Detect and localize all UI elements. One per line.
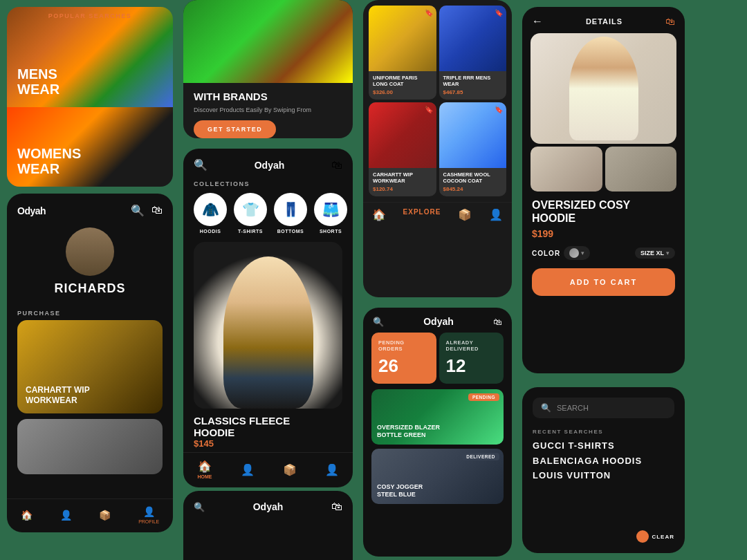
profile-name: RICHARDS bbox=[54, 281, 125, 296]
size-selector[interactable]: SIZE XL ▾ bbox=[635, 248, 675, 259]
recent-item-2[interactable]: BALENCIAGA HOODIS bbox=[533, 456, 674, 467]
screen-search: 🔍 SEARCH RECENT SEARCHES GUCCI T-SHIRTS … bbox=[522, 387, 685, 553]
collections-cart-icon[interactable]: 🛍 bbox=[331, 159, 342, 171]
details-thumbnails bbox=[531, 147, 676, 192]
home-icon-products[interactable]: 🏠 bbox=[372, 208, 386, 221]
product-item-4[interactable]: 🔖 CASHMERE WOOLCOCOON COAT $845.24 bbox=[439, 102, 507, 196]
screen-categories: POPULAR SEARCHES MENSWEAR WOMENSWEAR bbox=[7, 7, 173, 187]
mens-category[interactable]: POPULAR SEARCHES MENSWEAR bbox=[7, 7, 173, 107]
product-item-1[interactable]: 🔖 UNIFORME PARISLONG COAT $326.00 bbox=[369, 6, 436, 100]
recent-item-3[interactable]: LOUIS VUITTON bbox=[533, 470, 674, 481]
user-nav-icon[interactable]: 👤 bbox=[241, 463, 255, 476]
bookmark-icon-1[interactable]: 🔖 bbox=[425, 9, 433, 17]
get-started-button[interactable]: GET STARTED bbox=[194, 120, 276, 138]
product-2-info: TRIPLE RRR MENSWEAR $467.85 bbox=[439, 71, 507, 100]
product-item-2[interactable]: 🔖 TRIPLE RRR MENSWEAR $467.85 bbox=[439, 6, 507, 100]
product-2-price: $467.85 bbox=[443, 89, 503, 95]
order-item-1[interactable]: PENDING OVERSIZED BLAZERBOTTLE GREEN bbox=[371, 389, 504, 445]
onboarding-content: WITH BRANDS Discover Products Easily By … bbox=[183, 83, 353, 138]
model-figure bbox=[223, 256, 313, 409]
bookmark-icon-3[interactable]: 🔖 bbox=[425, 106, 433, 113]
onboarding-title: WITH BRANDS bbox=[194, 91, 342, 103]
coll-nav-home[interactable]: 🏠 HOME bbox=[198, 460, 212, 479]
details-main-image bbox=[531, 33, 676, 144]
box-icon-products[interactable]: 📦 bbox=[458, 208, 472, 221]
order-item-2[interactable]: DELIVERED COSY JOGGERSTEEL BLUE bbox=[371, 449, 504, 504]
purchase-item-1[interactable]: CARHARTT WIPWORKWEAR bbox=[17, 320, 163, 413]
featured-product-image bbox=[194, 242, 342, 409]
box-icon: 📦 bbox=[99, 510, 111, 521]
delivered-count: 12 bbox=[446, 355, 497, 377]
recent-item-1[interactable]: GUCCI T-SHIRTS bbox=[533, 440, 674, 451]
bookmark-icon-4[interactable]: 🔖 bbox=[495, 106, 503, 113]
category-shorts[interactable]: 🩳 SHORTS bbox=[314, 193, 347, 234]
clear-dot bbox=[636, 530, 649, 543]
womens-wear-label: WOMENSWEAR bbox=[17, 146, 81, 176]
profile-nav-label: PROFILE bbox=[138, 519, 159, 524]
category-hoodis[interactable]: 🧥 HOODIS bbox=[194, 193, 227, 234]
category-tshirts[interactable]: 👕 T-SHIRTS bbox=[234, 193, 267, 234]
nav-user[interactable]: 👤 bbox=[60, 510, 72, 521]
collections-navigation: 🏠 HOME 👤 📦 👤 bbox=[183, 452, 353, 487]
purchase-section-label: PURCHASE bbox=[7, 303, 173, 320]
product-4-info: CASHMERE WOOLCOCOON COAT $845.24 bbox=[439, 168, 507, 196]
hoodis-label: HOODIS bbox=[200, 229, 221, 234]
product-item-3[interactable]: 🔖 CARHARTT WIPWORKWEAR $120.74 bbox=[369, 102, 436, 196]
avatar bbox=[66, 227, 114, 276]
product-image-bg bbox=[194, 242, 342, 409]
box-nav-icon[interactable]: 📦 bbox=[283, 463, 297, 476]
bottoms-label: BOTTOMS bbox=[277, 229, 304, 234]
profile-avatar-section: RICHARDS bbox=[7, 217, 173, 303]
pending-orders-stat: PENDINGORDERS 26 bbox=[371, 333, 436, 384]
add-to-cart-button[interactable]: ADD TO CART bbox=[532, 268, 675, 296]
profile-header-icons: 🔍 🛍 bbox=[131, 204, 163, 217]
order-1-name: OVERSIZED BLAZERBOTTLE GREEN bbox=[377, 424, 440, 439]
pending-count: 26 bbox=[378, 355, 430, 377]
back-button[interactable]: ← bbox=[532, 15, 543, 28]
nav-box[interactable]: 📦 bbox=[99, 510, 111, 521]
purchase-item-1-name: CARHARTT WIPWORKWEAR bbox=[26, 385, 90, 405]
color-label: COLOR bbox=[532, 250, 560, 257]
partial-search-icon[interactable]: 🔍 bbox=[194, 502, 205, 512]
search-placeholder: SEARCH bbox=[557, 404, 589, 412]
nav-profile[interactable]: 👤 PROFILE bbox=[138, 506, 159, 524]
profile-icon: 👤 bbox=[143, 506, 155, 517]
search-bar[interactable]: 🔍 SEARCH bbox=[533, 398, 674, 418]
partial-cart-icon[interactable]: 🛍 bbox=[331, 501, 342, 513]
bookmark-icon-2[interactable]: 🔖 bbox=[495, 9, 503, 17]
details-title: DETAILS bbox=[586, 17, 622, 26]
details-cart-icon[interactable]: 🛍 bbox=[665, 16, 675, 27]
color-selector[interactable]: ▾ bbox=[564, 246, 590, 260]
details-price: $199 bbox=[522, 228, 685, 246]
profile-header: Odyah 🔍 🛍 bbox=[7, 194, 173, 217]
collections-search-icon[interactable]: 🔍 bbox=[194, 158, 208, 171]
collections-logo: Odyah bbox=[255, 160, 285, 171]
onboarding-image bbox=[183, 0, 353, 83]
purchase-item-2[interactable] bbox=[17, 419, 163, 474]
orders-search-icon[interactable]: 🔍 bbox=[373, 317, 384, 327]
product-1-info: UNIFORME PARISLONG COAT $326.00 bbox=[369, 71, 436, 100]
home-nav-icon: 🏠 bbox=[198, 460, 212, 473]
nav-home[interactable]: 🏠 bbox=[21, 510, 33, 521]
details-options: COLOR ▾ SIZE XL ▾ bbox=[522, 246, 685, 268]
thumbnail-1[interactable] bbox=[531, 147, 602, 192]
order-2-name: COSY JOGGERSTEEL BLUE bbox=[377, 483, 423, 498]
product-2-name: TRIPLE RRR MENSWEAR bbox=[443, 75, 503, 87]
search-icon[interactable]: 🔍 bbox=[131, 204, 145, 217]
screen-collections: 🔍 Odyah 🛍 COLLECTIONS 🧥 HOODIS 👕 T-SHIRT… bbox=[183, 149, 353, 487]
size-option: SIZE XL ▾ bbox=[635, 248, 675, 259]
orders-cart-icon[interactable]: 🛍 bbox=[493, 317, 502, 327]
clear-searches[interactable]: CLEAR bbox=[636, 530, 674, 543]
product-1-price: $326.00 bbox=[373, 89, 432, 95]
user-icon-products[interactable]: 👤 bbox=[489, 208, 503, 221]
collections-categories: 🧥 HOODIS 👕 T-SHIRTS 👖 BOTTOMS 🩳 SHORTS bbox=[183, 193, 353, 242]
partial-logo: Odyah bbox=[253, 501, 284, 512]
profile-nav-icon[interactable]: 👤 bbox=[325, 463, 339, 476]
category-bottoms[interactable]: 👖 BOTTOMS bbox=[274, 193, 307, 234]
cart-icon[interactable]: 🛍 bbox=[151, 204, 163, 217]
explore-label[interactable]: EXPLORE bbox=[403, 208, 441, 221]
thumbnail-2[interactable] bbox=[605, 147, 677, 192]
color-swatch bbox=[569, 248, 579, 258]
product-3-price: $120.74 bbox=[373, 186, 432, 192]
womens-category[interactable]: WOMENSWEAR bbox=[7, 107, 173, 187]
